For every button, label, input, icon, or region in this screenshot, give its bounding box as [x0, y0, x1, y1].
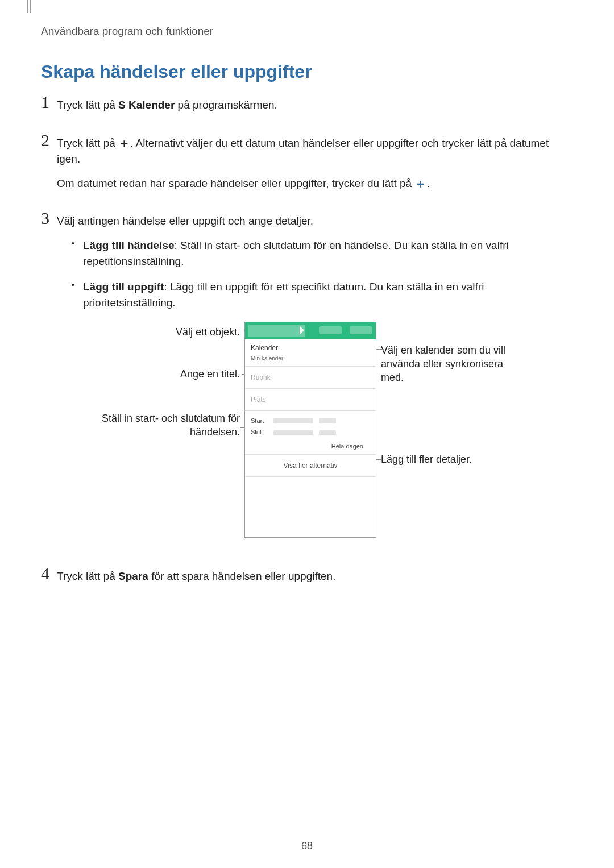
leader-line: [240, 412, 244, 412]
phone-title-input: Rubrik: [245, 367, 376, 389]
leader-line: [376, 349, 384, 350]
numbered-steps: 1 Tryck lätt på S Kalender på programskä…: [41, 94, 569, 603]
callout-choose-calendar: Välj en kalender som du vill använda ell…: [381, 343, 529, 385]
phone-calendar-sub: Min kalender: [251, 354, 370, 363]
section-title: Skapa händelser eller uppgifter: [41, 61, 312, 82]
plus-icon: ＋: [414, 180, 426, 188]
blurred-date: [273, 418, 313, 423]
step-2-line-1: Tryck lätt på ＋. Alternativt väljer du e…: [57, 135, 569, 168]
blurred-time: [319, 430, 336, 435]
step-number: 1: [41, 94, 57, 122]
page-number: 68: [0, 840, 614, 852]
phone-calendar-row: Kalender Min kalender: [245, 339, 376, 367]
step-4: 4 Tryck lätt på Spara för att spara händ…: [41, 565, 569, 593]
phone-mockup: Kalender Min kalender Rubrik Plats Start…: [244, 322, 376, 538]
phone-end-row: Slut: [251, 427, 370, 438]
callout-set-dates: Ställ in start- och slutdatum för händel…: [95, 412, 240, 439]
page-header: Användbara program och funktioner: [41, 25, 213, 38]
bullet-event: Lägg till händelse: Ställ in start- och …: [83, 238, 569, 270]
blurred-time: [319, 418, 336, 423]
phone-allday-row: Hela dagen: [251, 438, 370, 455]
callout-enter-title: Ange en titel.: [180, 367, 240, 381]
plus-icon: ＋: [118, 140, 130, 147]
step-1: 1 Tryck lätt på S Kalender på programskä…: [41, 94, 569, 122]
step-3-intro: Välj antingen händelse eller uppgift och…: [57, 213, 569, 230]
phone-calendar-label: Kalender: [251, 343, 370, 353]
event-form-diagram: Välj ett objekt. Ange en titel. Ställ in…: [85, 322, 540, 538]
step-4-text: Tryck lätt på Spara för att spara händel…: [57, 568, 569, 585]
tab-event-active: [248, 325, 305, 337]
phone-tab-bar: [245, 322, 376, 339]
step-number: 2: [41, 132, 57, 200]
phone-more-options: Visa fler alternativ: [245, 455, 376, 477]
phone-start-row: Start: [251, 416, 370, 427]
blurred-date: [273, 430, 313, 435]
tab-save: [350, 326, 372, 334]
callout-more-details: Lägg till fler detaljer.: [381, 452, 472, 466]
pencil-icon: [300, 326, 309, 335]
step-3: 3 Välj antingen händelse eller uppgift o…: [41, 210, 569, 555]
bracket-line: [240, 412, 240, 427]
callout-select-item: Välj ett objekt.: [176, 325, 240, 339]
step-number: 4: [41, 565, 57, 593]
step-number: 3: [41, 210, 57, 555]
phone-place-input: Plats: [245, 389, 376, 411]
page-tab-indicator: [27, 0, 31, 13]
phone-dates-section: Start Slut Hela dagen: [245, 411, 376, 455]
step-2: 2 Tryck lätt på ＋. Alternativt väljer du…: [41, 132, 569, 200]
step-1-text: Tryck lätt på S Kalender på programskärm…: [57, 97, 569, 114]
leader-line: [240, 427, 244, 428]
bullet-task: Lägg till uppgift: Lägg till en uppgift …: [83, 279, 569, 312]
tab-cancel: [319, 326, 342, 334]
step-2-line-2: Om datumet redan har sparade händelser e…: [57, 176, 569, 192]
